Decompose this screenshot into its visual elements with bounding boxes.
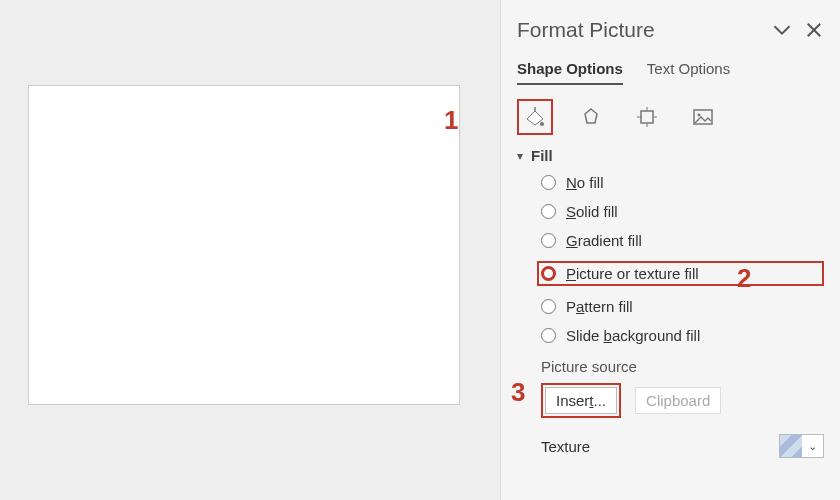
close-icon[interactable] <box>804 20 824 40</box>
picture-source-label: Picture source <box>541 358 824 375</box>
fill-option-picture-texture-fill[interactable]: Picture or texture fill <box>537 261 824 286</box>
radio-label: Solid fill <box>566 203 618 220</box>
texture-label: Texture <box>541 438 590 455</box>
fill-option-solid-fill[interactable]: Solid fill <box>541 203 824 220</box>
effects-icon[interactable] <box>573 99 609 135</box>
collapse-icon[interactable] <box>772 20 792 40</box>
format-picture-pane: Format Picture Shape Options Text Option… <box>500 0 840 500</box>
fill-options: No fill Solid fill Gradient fill Picture… <box>541 174 824 344</box>
fill-option-pattern-fill[interactable]: Pattern fill <box>541 298 824 315</box>
step-annotation-3: 3 <box>511 377 525 408</box>
radio-label: No fill <box>566 174 604 191</box>
step-annotation-2: 2 <box>737 263 751 294</box>
pane-title: Format Picture <box>517 18 760 42</box>
radio-icon <box>541 328 556 343</box>
texture-swatch-icon <box>780 435 802 457</box>
radio-label: Picture or texture fill <box>566 265 699 282</box>
picture-icon[interactable] <box>685 99 721 135</box>
editor-canvas: 1 <box>0 0 500 500</box>
clipboard-button: Clipboard <box>635 387 721 414</box>
category-icons <box>517 99 824 135</box>
option-tabs: Shape Options Text Options <box>517 60 824 85</box>
radio-icon <box>541 233 556 248</box>
svg-rect-4 <box>641 111 653 123</box>
radio-icon <box>541 266 556 281</box>
step-annotation-1: 1 <box>444 105 458 136</box>
chevron-down-icon: ⌄ <box>802 440 823 453</box>
radio-label: Gradient fill <box>566 232 642 249</box>
fill-line-icon[interactable] <box>517 99 553 135</box>
radio-icon <box>541 175 556 190</box>
radio-icon <box>541 204 556 219</box>
radio-icon <box>541 299 556 314</box>
slide-page <box>28 85 460 405</box>
insert-button[interactable]: Insert... <box>545 387 617 414</box>
svg-marker-3 <box>585 109 597 123</box>
svg-point-10 <box>698 114 701 117</box>
tab-shape-options[interactable]: Shape Options <box>517 60 623 85</box>
fill-option-slide-background-fill[interactable]: Slide background fill <box>541 327 824 344</box>
radio-label: Slide background fill <box>566 327 700 344</box>
chevron-down-icon: ▾ <box>517 149 523 163</box>
svg-point-2 <box>540 122 544 126</box>
fill-section-header[interactable]: ▾ Fill <box>517 147 824 164</box>
fill-option-gradient-fill[interactable]: Gradient fill <box>541 232 824 249</box>
radio-label: Pattern fill <box>566 298 633 315</box>
fill-section-label: Fill <box>531 147 553 164</box>
size-icon[interactable] <box>629 99 665 135</box>
fill-option-no-fill[interactable]: No fill <box>541 174 824 191</box>
tab-text-options[interactable]: Text Options <box>647 60 730 85</box>
texture-dropdown[interactable]: ⌄ <box>779 434 824 458</box>
